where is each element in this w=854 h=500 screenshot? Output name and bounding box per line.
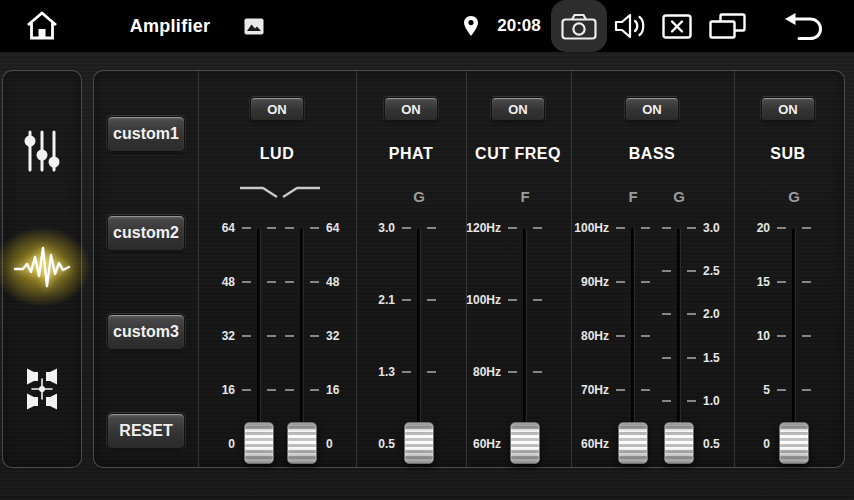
back-icon [782,11,824,41]
page-title: Amplifier [120,0,220,52]
channel-bass-fader-knob-2[interactable] [664,422,694,464]
tick-mark [662,357,671,359]
tick-mark [687,270,696,272]
scale-label: 2.1 [345,292,395,308]
tick-mark [508,227,517,229]
tick-mark [533,371,542,373]
channel-bass-fader-knob-1[interactable] [618,422,648,464]
channel-bass-slider-f-header: F [608,188,658,205]
tick-mark [285,281,294,283]
tick-mark [802,335,811,337]
tick-mark [242,227,251,229]
preset-custom1-button[interactable]: custom1 [107,116,185,152]
tick-mark [802,227,811,229]
scale-label: 2.0 [703,306,753,322]
channel-phat-on-button[interactable]: ON [384,97,438,121]
tick-mark [802,389,811,391]
tick-mark [616,281,625,283]
speaker-balance-icon [19,368,65,410]
tick-mark [616,227,625,229]
column-divider [198,71,199,467]
channel-phat-fader-track-1[interactable] [417,228,421,440]
channel-bass-fader-track-2[interactable] [677,228,681,440]
scale-label: 1.5 [703,350,753,366]
tick-mark [533,227,542,229]
recent-apps-button[interactable] [708,0,746,52]
sidebar-item-sound-effect-wave[interactable] [10,235,74,299]
preset-custom3-button[interactable]: custom3 [107,314,185,350]
scale-label: 80Hz [451,364,501,380]
clock: 20:08 [494,0,544,52]
screenshot-button[interactable] [551,0,607,52]
tick-mark [777,281,786,283]
tick-mark [310,281,319,283]
sound-effect-wave-icon [13,244,71,290]
preset-custom2-button[interactable]: custom2 [107,215,185,251]
channel-lud-fader-track-2[interactable] [300,228,304,440]
channel-lud-on-button[interactable]: ON [250,97,304,121]
tick-mark [641,227,650,229]
scale-label: 20 [720,220,770,236]
scale-label: 0.5 [345,436,395,452]
tick-mark [662,270,671,272]
channel-sub-fader-knob-1[interactable] [779,422,809,464]
tick-mark [662,227,671,229]
tick-mark [267,227,276,229]
channel-lud-fader-track-1[interactable] [257,228,261,440]
amplifier-screen: { "topbar": { "title": "Amplifier", "tim… [0,0,854,500]
status-bar: Amplifier 20:08 [0,0,854,52]
gallery-icon [244,18,264,35]
close-app-button[interactable] [661,0,693,52]
channel-cut-freq-on-button[interactable]: ON [491,97,545,121]
tick-mark [641,389,650,391]
tick-mark [310,389,319,391]
tick-mark [242,335,251,337]
channel-cut-freq-fader-track-1[interactable] [523,228,527,440]
sidebar-item-speaker-balance[interactable] [10,357,74,421]
back-button[interactable] [782,0,824,52]
scale-label: 60Hz [559,436,609,452]
sidebar-item-equalizer-sliders[interactable] [10,119,74,183]
tick-mark [267,389,276,391]
channel-bass-on-button[interactable]: ON [625,97,679,121]
channel-sub-fader-track-1[interactable] [792,228,796,440]
scale-label: 60Hz [451,436,501,452]
scale-label: 32 [326,328,376,344]
scale-label: 70Hz [559,382,609,398]
scale-label: 1.3 [345,364,395,380]
scale-label: 0 [185,436,235,452]
amplifier-panel: custom1 custom2 custom3 RESET ONLUD64483… [93,70,845,468]
channel-lud-fader-knob-1[interactable] [244,422,274,464]
tick-mark [616,389,625,391]
reset-button[interactable]: RESET [107,413,185,449]
tick-mark [533,299,542,301]
scale-label: 0 [720,436,770,452]
channel-bass-fader-track-1[interactable] [631,228,635,440]
tick-mark [508,299,517,301]
scale-label: 100Hz [451,292,501,308]
volume-button[interactable] [612,0,648,52]
scale-label: 16 [185,382,235,398]
volume-icon [613,12,647,40]
home-button[interactable] [22,0,62,52]
channel-lud-fader-knob-2[interactable] [287,422,317,464]
sidebar [2,70,82,468]
channel-sub-on-button[interactable]: ON [761,97,815,121]
scale-label: 120Hz [451,220,501,236]
scale-label: 5 [720,382,770,398]
channel-phat-fader-knob-1[interactable] [404,422,434,464]
scale-label: 16 [326,382,376,398]
channel-bass-slider-g-header: G [654,188,704,205]
camera-icon [561,13,597,40]
scale-label: 80Hz [559,328,609,344]
channel-cut-freq-fader-knob-1[interactable] [510,422,540,464]
scale-label: 90Hz [559,274,609,290]
scale-label: 32 [185,328,235,344]
gallery-button[interactable] [242,0,266,52]
tick-mark [267,281,276,283]
tick-mark [310,227,319,229]
home-icon [24,9,60,43]
scale-label: 100Hz [559,220,609,236]
tick-mark [802,281,811,283]
column-divider [571,71,572,467]
